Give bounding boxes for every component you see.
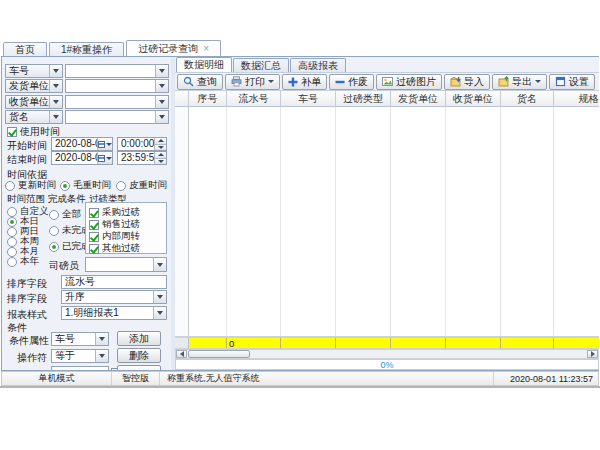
condition-op-combo[interactable]: 等于 (51, 349, 109, 363)
report-style-combo[interactable]: 1.明细报表1 (61, 306, 167, 320)
chevron-down-icon[interactable] (49, 111, 62, 123)
calendar-icon[interactable] (97, 152, 112, 164)
plus-icon (288, 77, 298, 87)
radio-finish-all[interactable]: 全部 (49, 208, 81, 221)
chevron-down-icon[interactable] (153, 291, 166, 303)
checkbox-checked-icon[interactable] (89, 220, 99, 230)
chevron-down-icon[interactable] (155, 111, 168, 123)
checkbox-checked-icon[interactable] (7, 127, 17, 137)
filter-value-shipper[interactable] (65, 79, 169, 93)
filter-field-select-shipper[interactable]: 发货单位 (5, 79, 63, 93)
chevron-down-icon[interactable] (155, 65, 168, 77)
column-header-index[interactable]: 序号 (189, 91, 227, 106)
sort-field-input[interactable]: 流水号 (61, 275, 167, 289)
button-label: 过磅图片 (396, 75, 436, 89)
column-header-receiver[interactable]: 收货单位 (446, 91, 501, 106)
weigher-combo[interactable] (85, 257, 167, 272)
sort-order-combo[interactable]: 升序 (61, 290, 167, 304)
scrollbar-thumb[interactable] (188, 350, 250, 358)
checkbox-other-weigh[interactable]: 其他过磅 (89, 242, 140, 255)
radio-gross-time[interactable]: 毛重时间 (60, 179, 111, 192)
radio-icon[interactable] (49, 226, 59, 236)
weigh-type-groupbox: 采购过磅 销售过磅 内部周转 其他过磅 (85, 202, 167, 254)
chevron-down-icon[interactable] (155, 80, 168, 92)
end-date-picker[interactable]: 2020-08-01 (51, 151, 113, 165)
chevron-down-icon[interactable] (155, 96, 168, 108)
filter-value-goods[interactable] (65, 110, 169, 124)
scroll-left-arrow-icon[interactable] (176, 350, 187, 358)
horizontal-scrollbar[interactable] (175, 349, 599, 359)
import-icon (450, 76, 461, 87)
chevron-down-icon[interactable] (95, 333, 108, 345)
app-body: 车号 发货单位 收货单位 (1, 56, 599, 371)
chevron-down-icon[interactable] (49, 80, 62, 92)
toolbar: 查询 打印 补单 作废 过磅图片 (175, 72, 599, 91)
tab-record-query[interactable]: 过磅记录查询 × (126, 40, 221, 57)
tab-data-summary[interactable]: 数据汇总 (233, 58, 289, 72)
close-tab-icon[interactable]: × (203, 44, 209, 54)
tab-weighing-operation[interactable]: 1#称重操作 (49, 42, 124, 57)
import-button[interactable]: 导入 (444, 74, 490, 90)
calendar-icon[interactable] (97, 138, 112, 150)
filter-field-select-vehicle[interactable]: 车号 (5, 64, 63, 78)
condition-attr-combo[interactable]: 车号 (51, 332, 109, 346)
summary-cell (554, 337, 599, 349)
filter-field-select-receiver[interactable]: 收货单位 (5, 95, 63, 109)
status-bar: 单机模式 智控版 称重系统,无人值守系统 2020-08-01 11:23:57 (1, 371, 599, 386)
radio-icon[interactable] (49, 210, 59, 220)
button-label: 补单 (301, 75, 321, 89)
tab-home[interactable]: 首页 (3, 42, 47, 57)
export-button[interactable]: 导出 (492, 74, 547, 90)
query-button[interactable]: 查询 (177, 74, 223, 90)
start-date-picker[interactable]: 2020-08-01 (51, 137, 113, 151)
checkbox-checked-icon[interactable] (89, 208, 99, 218)
column-header-shipper[interactable]: 发货单位 (391, 91, 446, 106)
delete-condition-button[interactable]: 删除 (117, 348, 161, 363)
radio-range-year[interactable]: 本年 (7, 255, 39, 268)
chevron-down-icon[interactable] (49, 96, 62, 108)
radio-tare-time[interactable]: 皮重时间 (116, 179, 167, 192)
chevron-down-icon[interactable] (153, 307, 166, 319)
void-button[interactable]: 作废 (329, 74, 374, 90)
start-time-spinner[interactable]: 0:00:00 (117, 137, 167, 151)
condition-extra-button[interactable] (117, 365, 161, 370)
delete-button-label: 删除 (129, 349, 149, 363)
chevron-down-icon[interactable] (95, 350, 108, 362)
spinner-arrows-icon[interactable] (154, 138, 166, 150)
spinner-arrows-icon[interactable] (154, 152, 166, 164)
filter-value-receiver[interactable] (65, 95, 169, 109)
radio-icon[interactable] (116, 181, 126, 191)
radio-selected-icon[interactable] (60, 181, 70, 191)
radio-selected-icon[interactable] (49, 242, 59, 252)
filter-value-vehicle[interactable] (65, 64, 169, 78)
supplement-order-button[interactable]: 补单 (282, 74, 327, 90)
grid-column (501, 107, 554, 336)
column-header-vehicle[interactable]: 车号 (281, 91, 336, 106)
settings-button[interactable]: 设置 (549, 74, 595, 90)
tab-data-detail[interactable]: 数据明细 (176, 57, 232, 72)
print-button[interactable]: 打印 (225, 74, 280, 90)
radio-icon[interactable] (5, 181, 15, 191)
radio-icon[interactable] (7, 257, 17, 267)
weigh-photo-button[interactable]: 过磅图片 (376, 74, 442, 90)
scroll-right-arrow-icon[interactable] (587, 350, 598, 358)
checkbox-checked-icon[interactable] (89, 244, 99, 254)
end-time-spinner[interactable]: 23:59:59 (117, 151, 167, 165)
status-message-text: 称重系统,无人值守系统 (167, 372, 260, 385)
chevron-down-icon[interactable] (49, 65, 62, 77)
filter-field-select-goods[interactable]: 货名 (5, 110, 63, 124)
checkbox-checked-icon[interactable] (89, 232, 99, 242)
column-header-goods[interactable]: 货名 (501, 91, 554, 106)
column-header-serial[interactable]: 流水号 (227, 91, 281, 106)
add-condition-button[interactable]: 添加 (117, 331, 161, 346)
condition-value-input[interactable] (51, 366, 109, 370)
column-header-spec[interactable]: 规格 (554, 91, 599, 106)
tab-advanced-report[interactable]: 高级报表 (290, 58, 346, 72)
image-icon (382, 76, 393, 87)
chevron-down-icon[interactable] (153, 258, 166, 271)
column-header-weigh-type[interactable]: 过磅类型 (336, 91, 391, 106)
filter-field-label: 发货单位 (9, 80, 49, 91)
data-region: 数据明细 数据汇总 高级报表 查询 打印 补单 (175, 57, 599, 370)
minus-icon (335, 77, 345, 87)
radio-update-time[interactable]: 更新时间 (5, 179, 56, 192)
